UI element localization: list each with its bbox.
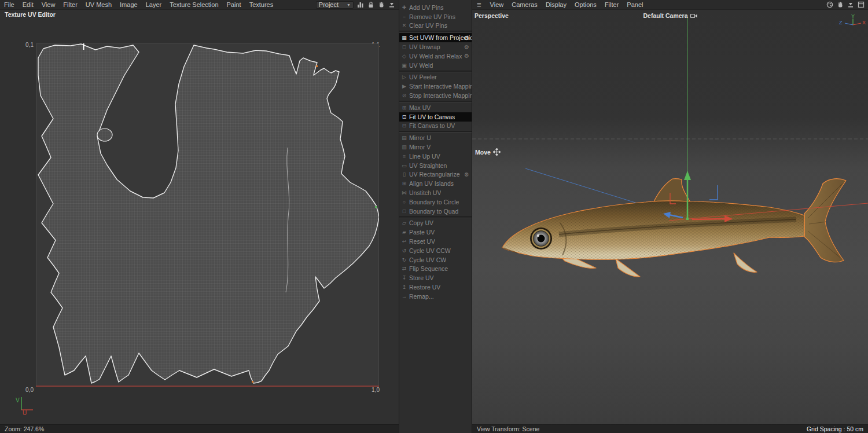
plane-handle-blue[interactable]: [709, 185, 718, 200]
uv-cmd-cycle-uv-ccw[interactable]: ↺Cycle UV CCW: [399, 246, 472, 255]
move-tool-name: Move: [475, 149, 491, 156]
uv-cmd-fit-canvas-to-uv[interactable]: ⊟Fit Canvas to UV: [399, 122, 472, 131]
uv-selected-point: [316, 65, 318, 67]
menu-texture-selection[interactable]: Texture Selection: [165, 1, 222, 8]
axis-indicator-z-label: Z: [839, 20, 843, 25]
gear-icon[interactable]: ⚙: [464, 171, 469, 178]
uv-cmd-paste-uv[interactable]: ▰Paste UV: [399, 227, 472, 237]
fish-model[interactable]: [502, 179, 846, 277]
uv-cmd-remap[interactable]: →Remap...: [399, 292, 472, 301]
hand-icon[interactable]: [378, 1, 385, 8]
uv-cmd-label: Restore UV: [409, 284, 440, 291]
x-axis-arrow-shaft[interactable]: [692, 219, 726, 219]
uv-ruler-marker[interactable]: [83, 43, 84, 50]
uv-cmd-mirror-v[interactable]: ▥Mirror V: [399, 142, 472, 152]
flip-sequence-icon: ⇄: [399, 266, 409, 271]
axis-indicator-x-label: X: [862, 20, 866, 25]
lock-icon[interactable]: [367, 1, 374, 8]
camera-icon: [690, 13, 697, 19]
uv-weld-icon: ▣: [399, 63, 409, 68]
gear-icon[interactable]: ⚙: [464, 44, 469, 50]
uv-cmd-label: UV Weld: [409, 62, 433, 69]
uv-cmd-uv-rectangularize[interactable]: ▯UV Rectangularize⚙: [399, 170, 472, 179]
perspective-viewport[interactable]: Perspective Default Camera Move: [472, 10, 868, 424]
camera-label[interactable]: Default Camera: [472, 12, 868, 19]
histogram-icon[interactable]: [357, 1, 364, 8]
menu-layer[interactable]: Layer: [142, 1, 166, 8]
uv-cmd-restore-uv[interactable]: ↥Restore UV: [399, 282, 472, 292]
menu-image[interactable]: Image: [116, 1, 142, 8]
menu-textures[interactable]: Textures: [245, 1, 278, 8]
uv-cmd-uv-straighten[interactable]: ▭UV Straighten: [399, 161, 472, 170]
uv-canvas-area[interactable]: [36, 43, 379, 387]
uv-cmd-line-up-uv[interactable]: ≡Line Up UV: [399, 152, 472, 161]
boundary-to-circle-icon: ○: [399, 199, 409, 205]
uv-cmd-reset-uv[interactable]: ↩Reset UV: [399, 237, 472, 246]
viewport-toolbar: [826, 1, 868, 8]
download-icon[interactable]: [388, 1, 395, 8]
uv-selected-point: [252, 381, 253, 383]
uv-cmd-label: Paste UV: [409, 229, 435, 236]
uv-canvas[interactable]: [36, 43, 379, 387]
uv-cmd-uv-peeler[interactable]: ▷UV Peeler: [399, 73, 472, 82]
viewport-menu-options[interactable]: Options: [571, 1, 601, 8]
uv-cmd-add-uv-pins[interactable]: ✚Add UV Pins: [399, 3, 472, 12]
uv-cmd-align-uv-islands[interactable]: ⊞Align UV Islands: [399, 179, 472, 188]
stop-interactive-mapping-icon: ⊘: [399, 93, 409, 98]
uv-cmd-uv-weld-and-relax[interactable]: ◇UV Weld and Relax⚙: [399, 52, 472, 61]
uv-cmd-unstitch-uv[interactable]: ⋈Unstitch UV: [399, 188, 472, 197]
uv-cmd-boundary-to-circle[interactable]: ○Boundary to Circle: [399, 197, 472, 207]
gizmo-center-handle[interactable]: [686, 218, 689, 220]
menu-file[interactable]: File: [0, 1, 19, 8]
uv-cmd-flip-sequence[interactable]: ⇄Flip Sequence: [399, 265, 472, 274]
add-uv-pins-icon: ✚: [399, 5, 409, 10]
align-uv-islands-icon: ⊞: [399, 181, 409, 186]
fit-canvas-to-uv-icon: ⊟: [399, 123, 409, 129]
menu-paint[interactable]: Paint: [223, 1, 245, 8]
uv-cmd-stop-interactive-mapping[interactable]: ⊘Stop Interactive Mapping: [399, 91, 472, 100]
uv-cmd-label: Boundary to Quad: [409, 208, 458, 215]
camera-name: Default Camera: [643, 12, 687, 19]
uv-cmd-fit-uv-to-canvas[interactable]: ⊡Fit UV to Canvas: [399, 112, 472, 122]
menu-view[interactable]: View: [38, 1, 60, 8]
menu-edit[interactable]: Edit: [19, 1, 38, 8]
menu-filter[interactable]: Filter: [59, 1, 81, 8]
uv-cmd-label: Remap...: [409, 293, 434, 300]
panel-icon[interactable]: [858, 1, 865, 8]
hand-icon[interactable]: [837, 1, 844, 8]
download-icon[interactable]: [847, 1, 854, 8]
uv-cmd-set-uvw-from-projection[interactable]: ▦Set UVW from Projection⚙: [399, 33, 472, 42]
viewport-menu-view[interactable]: View: [486, 1, 508, 8]
viewport-menubar: ≡ ViewCamerasDisplayOptionsFilterPanel: [472, 0, 868, 10]
restore-uv-icon: ↥: [399, 284, 409, 290]
viewport-menu-display[interactable]: Display: [542, 1, 571, 8]
uv-cmd-uv-unwrap[interactable]: □UV Unwrap⚙: [399, 42, 472, 52]
menu-uv-mesh[interactable]: UV Mesh: [82, 1, 116, 8]
boundary-to-quad-icon: □: [399, 208, 409, 214]
uv-cmd-remove-uv-pins[interactable]: −Remove UV Pins: [399, 12, 472, 21]
fit-uv-to-canvas-icon: ⊡: [399, 114, 409, 120]
uv-cmd-uv-weld[interactable]: ▣UV Weld: [399, 61, 472, 70]
max-uv-icon: ⊞: [399, 105, 409, 111]
uv-cmd-start-interactive-mapping[interactable]: ▶Start Interactive Mapping: [399, 82, 472, 91]
viewport-menu-cameras[interactable]: Cameras: [507, 1, 542, 8]
viewport-menu-filter[interactable]: Filter: [601, 1, 623, 8]
hamburger-icon[interactable]: ≡: [472, 1, 486, 9]
uv-cmd-mirror-u[interactable]: ▤Mirror U: [399, 133, 472, 142]
mirror-v-icon: ▥: [399, 144, 409, 150]
project-dropdown[interactable]: Project ▼: [316, 1, 354, 9]
gear-icon[interactable]: ⚙: [464, 53, 469, 59]
axis-indicator-z-line: [845, 23, 853, 25]
uv-corner-top-left: 0,1: [21, 42, 34, 48]
uv-cmd-max-uv[interactable]: ⊞Max UV: [399, 103, 472, 112]
y-axis-arrow-head[interactable]: [684, 171, 691, 180]
remap-icon: →: [399, 293, 409, 299]
uv-cmd-boundary-to-quad[interactable]: □Boundary to Quad: [399, 207, 472, 216]
uv-cmd-store-uv[interactable]: ↧Store UV: [399, 273, 472, 282]
uv-cmd-cycle-uv-cw[interactable]: ↻Cycle UV CW: [399, 255, 472, 265]
gear-icon[interactable]: ⚙: [464, 35, 469, 41]
uv-cmd-clear-uv-pins[interactable]: ✕Clear UV Pins: [399, 21, 472, 31]
uv-cmd-copy-uv[interactable]: ▱Copy UV: [399, 219, 472, 228]
viewport-menu-panel[interactable]: Panel: [623, 1, 647, 8]
palette-icon[interactable]: [826, 1, 833, 8]
